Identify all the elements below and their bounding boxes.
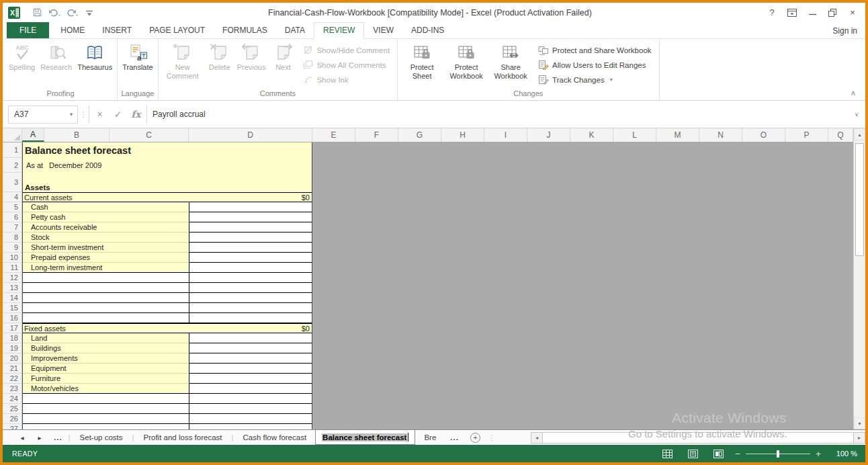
cell-input-row-13[interactable]	[189, 283, 312, 293]
column-header-j[interactable]: J	[527, 128, 570, 142]
sheet-tabs-overflow-left[interactable]: ...	[48, 433, 68, 441]
row-header-26[interactable]: 26	[3, 414, 22, 424]
cell-input-row-23[interactable]	[189, 384, 312, 394]
cell-input-row-18[interactable]	[189, 333, 312, 343]
cell-input-row-7[interactable]	[189, 222, 312, 232]
cell-input-row-12[interactable]	[189, 273, 312, 283]
undo-icon[interactable]	[46, 5, 63, 20]
sheet-tab-set-up-costs[interactable]: Set-up costs	[71, 433, 132, 441]
cell-label-row-10[interactable]: Prepaid expenses	[23, 253, 189, 263]
column-header-d[interactable]: D	[189, 128, 312, 142]
cell-input-row-20[interactable]	[189, 353, 312, 364]
cell-label-row-21[interactable]: Equipment	[23, 364, 189, 374]
row-header-25[interactable]: 25	[3, 404, 22, 414]
cell-label-row-19[interactable]: Buildings	[23, 343, 189, 353]
collapse-ribbon-icon[interactable]: ∧	[851, 89, 856, 97]
cell-input-row-27[interactable]	[189, 424, 312, 429]
insert-function-icon[interactable]: fx	[127, 109, 145, 120]
sheet-nav-left-icon[interactable]: ◂	[13, 434, 31, 441]
row-header-21[interactable]: 21	[3, 364, 22, 374]
row-header-6[interactable]: 6	[3, 212, 22, 222]
cell-input-row-25[interactable]	[189, 404, 312, 414]
expand-formula-bar-icon[interactable]: ∨	[848, 105, 865, 124]
column-header-l[interactable]: L	[613, 128, 656, 142]
name-box-dropdown-icon[interactable]: ▾	[65, 111, 77, 118]
cell-label-row-5[interactable]: Cash	[23, 202, 189, 212]
ribbon-button-protect-workbook[interactable]: Protect Workbook	[444, 40, 488, 80]
horizontal-scrollbar[interactable]: ◂▸	[531, 432, 865, 443]
cell-empty-row-27[interactable]	[23, 424, 189, 429]
ribbon-button-allow-users-to-edit-ranges[interactable]: Allow Users to Edit Ranges	[538, 60, 651, 70]
column-header-m[interactable]: M	[656, 128, 699, 142]
cell-empty-row-13[interactable]	[23, 283, 189, 293]
help-icon[interactable]: ?	[762, 5, 782, 21]
row-header-4[interactable]: 4	[3, 192, 22, 202]
ribbon-button-new-comment[interactable]: New Comment	[161, 40, 205, 80]
cell-input-row-5[interactable]	[189, 202, 312, 212]
cell-label-row-22[interactable]: Furniture	[23, 374, 189, 384]
cell-input-row-9[interactable]	[189, 243, 312, 253]
cancel-entry-icon[interactable]: ×	[91, 109, 109, 120]
row-header-12[interactable]: 12	[3, 273, 22, 283]
sheet-tab-bre[interactable]: Bre	[415, 433, 445, 441]
column-header-b[interactable]: B	[44, 128, 110, 142]
ribbon-button-show-all-comments[interactable]: Show All Comments	[303, 60, 390, 70]
column-header-n[interactable]: N	[699, 128, 742, 142]
sheet-tabs-overflow-right[interactable]: ...	[445, 433, 464, 441]
cell-input-row-24[interactable]	[189, 394, 312, 404]
sheet-nav-right-icon[interactable]: ▸	[31, 434, 48, 441]
zoom-slider-thumb[interactable]	[777, 450, 779, 458]
cell-input-row-16[interactable]	[189, 313, 312, 323]
column-header-k[interactable]: K	[570, 128, 613, 142]
ribbon-tab-review[interactable]: REVIEW	[314, 22, 364, 39]
zoom-out-icon[interactable]: −	[731, 449, 744, 459]
row-header-27[interactable]: 27	[3, 424, 22, 429]
confirm-entry-icon[interactable]: ✓	[109, 109, 127, 120]
ribbon-button-share-workbook[interactable]: Share Workbook	[488, 40, 533, 80]
sign-in-link[interactable]: Sign in	[832, 26, 857, 36]
cell-input-row-11[interactable]	[189, 263, 312, 273]
column-header-g[interactable]: G	[398, 128, 441, 142]
row-header-20[interactable]: 20	[3, 353, 22, 364]
close-icon[interactable]: ×	[842, 5, 863, 21]
row-header-2[interactable]: 2	[3, 158, 22, 173]
row-header-5[interactable]: 5	[3, 202, 22, 212]
row-header-23[interactable]: 23	[3, 384, 22, 394]
cell-empty-row-25[interactable]	[23, 404, 189, 414]
column-header-e[interactable]: E	[312, 128, 355, 142]
cell-label-row-20[interactable]: Improvements	[23, 353, 189, 364]
ribbon-tab-insert[interactable]: INSERT	[93, 23, 140, 38]
cell-label-row-9[interactable]: Short-term investment	[23, 243, 189, 253]
row-header-16[interactable]: 16	[3, 313, 22, 323]
cell-input-row-22[interactable]	[189, 374, 312, 384]
ribbon-tab-page-layout[interactable]: PAGE LAYOUT	[140, 23, 214, 38]
column-header-q[interactable]: Q	[828, 128, 853, 142]
cell-input-row-21[interactable]	[189, 364, 312, 374]
ribbon-button-research[interactable]: Research	[38, 40, 75, 72]
column-header-h[interactable]: H	[441, 128, 484, 142]
ribbon-button-translate[interactable]: aTranslate	[120, 40, 155, 72]
minimize-icon[interactable]	[802, 5, 822, 21]
cell-empty-row-24[interactable]	[23, 394, 189, 404]
cell-input-row-8[interactable]	[189, 232, 312, 243]
vertical-scrollbar[interactable]: ▴ ▾	[853, 128, 865, 429]
cell-a2[interactable]: As atDecember 2009	[23, 158, 312, 173]
cell-empty-row-16[interactable]	[23, 313, 189, 323]
row-header-9[interactable]: 9	[3, 243, 22, 253]
sheet-tab-cash-flow-forecast[interactable]: Cash flow forecast	[234, 433, 316, 441]
cell-empty-row-12[interactable]	[23, 273, 189, 283]
row-header-14[interactable]: 14	[3, 293, 22, 303]
cell-row-4[interactable]: Current assets$0	[23, 192, 312, 202]
zoom-slider[interactable]	[746, 448, 810, 460]
row-header-8[interactable]: 8	[3, 232, 22, 243]
formula-bar-drag-dots-icon[interactable]: ⋮	[78, 105, 89, 124]
ribbon-button-track-changes[interactable]: Track Changes▾	[538, 75, 651, 85]
ribbon-tab-file[interactable]: FILE	[7, 22, 49, 38]
row-header-24[interactable]: 24	[3, 394, 22, 404]
cell-empty-row-14[interactable]	[23, 293, 189, 303]
row-header-13[interactable]: 13	[3, 283, 22, 293]
redo-icon[interactable]	[63, 5, 81, 20]
ribbon-button-protect-sheet[interactable]: Protect Sheet	[400, 40, 444, 80]
row-header-17[interactable]: 17	[3, 323, 22, 333]
row-header-3[interactable]: 3	[3, 173, 22, 192]
